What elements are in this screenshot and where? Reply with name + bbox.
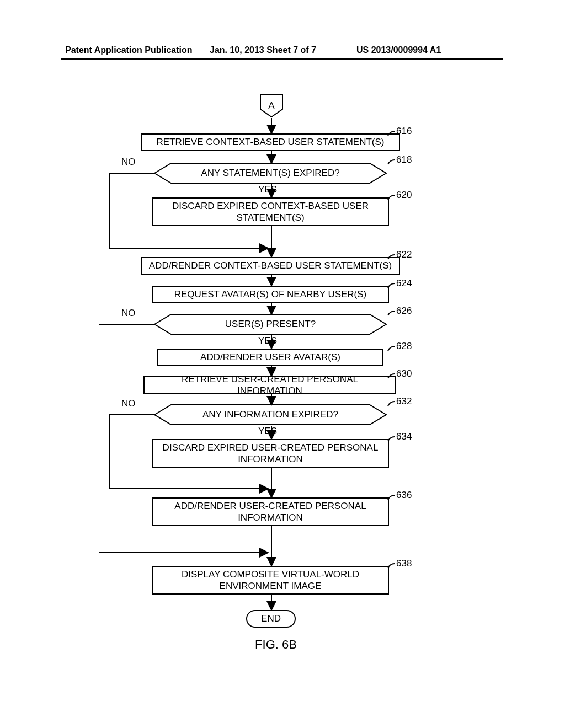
page-header: Patent Application Publication Jan. 10, … <box>0 45 565 58</box>
step-630: RETRIEVE USER-CREATED PERSONAL INFORMATI… <box>143 376 396 394</box>
ref-624: 624 <box>396 278 412 289</box>
step-624: REQUEST AVATAR(S) OF NEARBY USER(S) <box>152 286 389 303</box>
ref-620: 620 <box>396 190 412 201</box>
svg-marker-2 <box>154 314 386 334</box>
ref-618: 618 <box>396 154 412 165</box>
header-right: US 2013/0009994 A1 <box>356 45 441 55</box>
yes-label-618: YES <box>258 184 277 195</box>
step-616: RETRIEVE CONTEXT-BASED USER STATEMENT(S) <box>141 133 400 151</box>
ref-628: 628 <box>396 341 412 352</box>
svg-marker-1 <box>154 163 386 183</box>
step-628: ADD/RENDER USER AVATAR(S) <box>157 349 383 366</box>
yes-label-632: YES <box>258 426 277 437</box>
decision-632: ANY INFORMATION EXPIRED? <box>138 404 403 426</box>
ref-632: 632 <box>396 396 412 407</box>
decision-626: USER(S) PRESENT? <box>138 313 403 335</box>
no-label-618: NO <box>121 157 136 168</box>
step-622: ADD/RENDER CONTEXT-BASED USER STATEMENT(… <box>141 257 400 275</box>
offpage-connector-a: A <box>259 94 284 118</box>
header-left: Patent Application Publication <box>65 45 193 55</box>
ref-636: 636 <box>396 490 412 501</box>
no-label-632: NO <box>121 398 136 409</box>
terminator-end: END <box>246 610 296 628</box>
step-634: DISCARD EXPIRED USER-CREATED PERSONAL IN… <box>152 439 389 468</box>
flowchart: A RETRIEVE CONTEXT-BASED USER STATEMENT(… <box>99 94 452 667</box>
ref-630: 630 <box>396 368 412 379</box>
header-center: Jan. 10, 2013 Sheet 7 of 7 <box>210 45 316 55</box>
header-rule <box>61 58 503 60</box>
ref-626: 626 <box>396 306 412 317</box>
step-620: DISCARD EXPIRED CONTEXT-BASED USER STATE… <box>152 197 389 226</box>
ref-634: 634 <box>396 431 412 442</box>
offpage-connector-a-label: A <box>259 94 284 118</box>
no-label-626: NO <box>121 308 136 319</box>
step-638: DISPLAY COMPOSITE VIRTUAL-WORLD ENVIRONM… <box>152 566 389 595</box>
figure-caption: FIG. 6B <box>255 638 297 652</box>
yes-label-626: YES <box>258 335 277 346</box>
ref-616: 616 <box>396 126 412 137</box>
step-636: ADD/RENDER USER-CREATED PERSONAL INFORMA… <box>152 497 389 526</box>
page: Patent Application Publication Jan. 10, … <box>0 0 565 728</box>
ref-638: 638 <box>396 558 412 569</box>
decision-618: ANY STATEMENT(S) EXPIRED? <box>138 162 403 184</box>
ref-622: 622 <box>396 249 412 260</box>
svg-marker-3 <box>154 405 386 425</box>
